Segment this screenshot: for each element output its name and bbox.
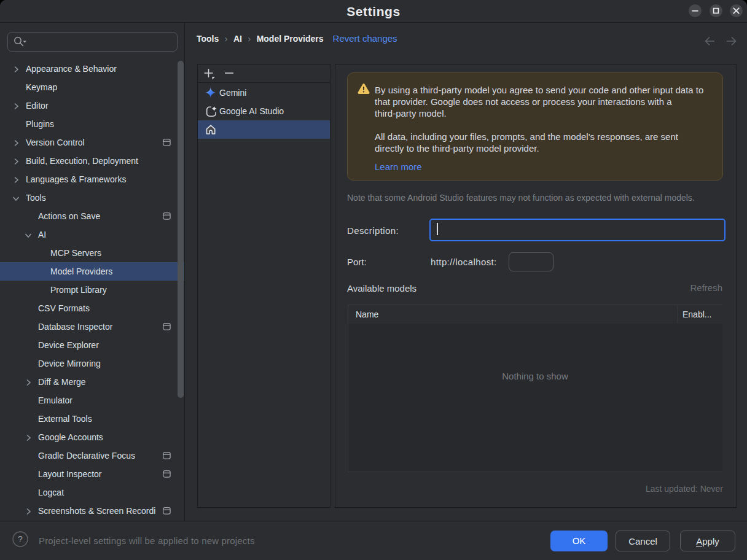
svg-text:?: ?: [18, 534, 23, 544]
